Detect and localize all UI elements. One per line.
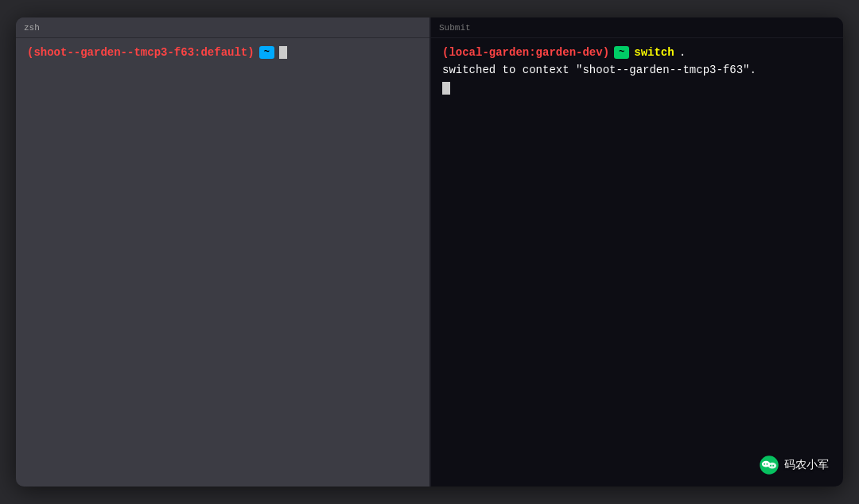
command-keyword: switch xyxy=(634,46,674,59)
right-pane-title: Submit xyxy=(439,23,471,33)
wechat-icon xyxy=(759,455,779,475)
output-line: switched to context "shoot--garden--tmcp… xyxy=(442,62,832,79)
watermark: 码农小军 xyxy=(759,455,829,475)
svg-point-2 xyxy=(768,463,776,469)
right-prompt-line: (local-garden:garden-dev) ~ switch . xyxy=(442,46,832,59)
left-arrow-badge: ~ xyxy=(259,46,274,59)
watermark-text: 码农小军 xyxy=(784,458,829,472)
terminal-wrapper: zsh (shoot--garden--tmcp3-f63:default) ~… xyxy=(16,17,843,487)
svg-point-4 xyxy=(766,463,768,465)
right-titlebar: Submit xyxy=(431,17,843,38)
svg-point-5 xyxy=(770,465,772,467)
command-arg: . xyxy=(679,46,686,59)
right-pane-content: (local-garden:garden-dev) ~ switch . swi… xyxy=(431,38,843,487)
left-titlebar: zsh xyxy=(16,17,430,38)
left-prompt-line: (shoot--garden--tmcp3-f63:default) ~ xyxy=(27,46,418,59)
right-pane: Submit (local-garden:garden-dev) ~ switc… xyxy=(430,17,843,487)
left-context: (shoot--garden--tmcp3-f63:default) xyxy=(27,46,255,59)
right-cursor xyxy=(442,79,832,95)
right-arrow-badge: ~ xyxy=(614,46,629,59)
left-pane-title: zsh xyxy=(24,23,40,33)
left-cursor xyxy=(279,46,287,59)
svg-point-3 xyxy=(764,463,765,465)
cursor-block-right xyxy=(442,82,450,95)
split-container: zsh (shoot--garden--tmcp3-f63:default) ~… xyxy=(16,17,843,487)
left-pane-content: (shoot--garden--tmcp3-f63:default) ~ xyxy=(16,38,430,487)
right-context: (local-garden:garden-dev) xyxy=(442,46,609,59)
svg-point-6 xyxy=(772,465,774,467)
left-pane: zsh (shoot--garden--tmcp3-f63:default) ~ xyxy=(16,17,430,487)
